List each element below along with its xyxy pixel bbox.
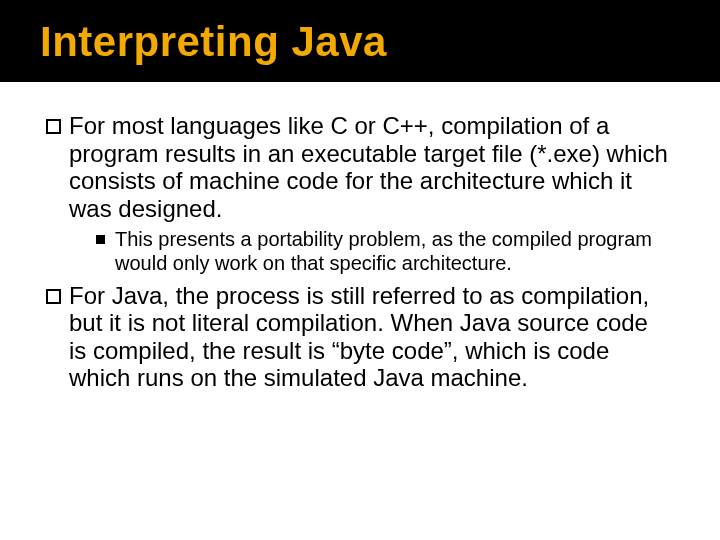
sub-bullet-item: This presents a portability problem, as … (96, 228, 670, 275)
slide-title: Interpreting Java (40, 20, 720, 64)
slide: Interpreting Java For most languages lik… (0, 0, 720, 540)
square-bullet-icon (46, 289, 61, 304)
sub-bullet-text: This presents a portability problem, as … (115, 228, 670, 275)
square-bullet-icon (46, 119, 61, 134)
bullet-text: For most languages like C or C++, compil… (69, 112, 670, 222)
title-band: Interpreting Java (0, 0, 720, 82)
bullet-text: For Java, the process is still referred … (69, 282, 670, 392)
mini-square-bullet-icon (96, 235, 105, 244)
slide-body: For most languages like C or C++, compil… (0, 82, 720, 392)
bullet-item: For Java, the process is still referred … (46, 282, 670, 392)
bullet-item: For most languages like C or C++, compil… (46, 112, 670, 222)
